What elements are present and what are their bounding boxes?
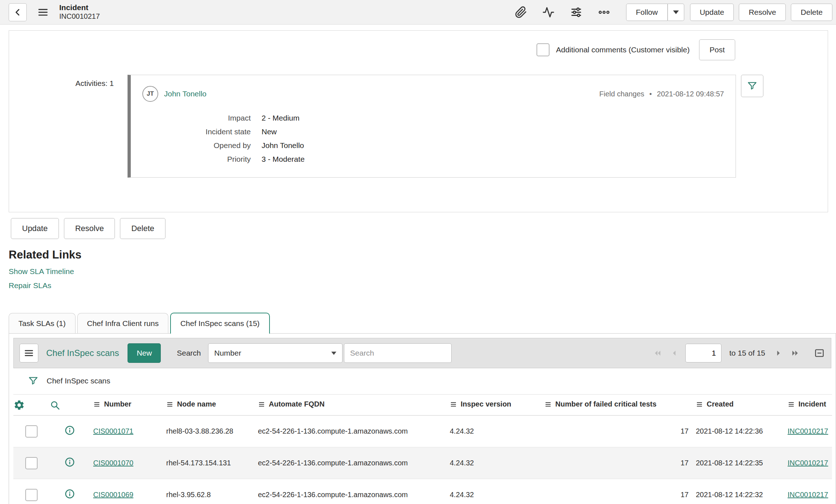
column-label: Node name xyxy=(177,400,216,408)
customer-visible-label: Additional comments (Customer visible) xyxy=(556,45,690,54)
field-value: 3 - Moderate xyxy=(262,152,305,166)
incident-cell: INC0010217 xyxy=(784,447,832,479)
column-context-menu-icon[interactable] xyxy=(258,401,265,410)
failed-critical-tests-cell: 17 xyxy=(541,416,692,447)
column-header-number-of-failed-critical-tests[interactable]: Number of failed critical tests xyxy=(541,395,692,416)
column-context-menu-icon[interactable] xyxy=(696,401,703,410)
next-page-button[interactable] xyxy=(773,348,784,359)
scan-columns-row: NumberNode nameAutomate FQDNInspec versi… xyxy=(13,395,832,416)
paperclip-icon xyxy=(515,6,527,18)
info-icon[interactable] xyxy=(64,457,75,468)
column-context-menu-icon[interactable] xyxy=(166,401,173,410)
resolve-button[interactable]: Resolve xyxy=(64,218,115,239)
update-button-header[interactable]: Update xyxy=(690,4,734,21)
activities-count-label: Activities: 1 xyxy=(9,75,128,178)
info-icon[interactable] xyxy=(64,425,75,436)
resolve-button-header[interactable]: Resolve xyxy=(739,4,786,21)
column-header-inspec-version[interactable]: Inspec version xyxy=(446,395,541,416)
customer-visible-checkbox[interactable] xyxy=(536,43,550,56)
delete-button-header[interactable]: Delete xyxy=(791,4,832,21)
scan-number-cell: CIS0001070 xyxy=(90,447,163,479)
column-header-node-name[interactable]: Node name xyxy=(163,395,254,416)
incident-link[interactable]: INC0010217 xyxy=(788,459,828,467)
funnel-icon[interactable] xyxy=(28,375,39,386)
incident-link[interactable]: INC0010217 xyxy=(788,427,828,435)
tab-chef-infra-client-runs[interactable]: Chef Infra Client runs xyxy=(77,313,168,333)
activity-stream-button[interactable] xyxy=(542,6,555,18)
column-search-header-cell xyxy=(49,395,90,416)
record-number-label: INC0010217 xyxy=(59,12,100,21)
column-header-number[interactable]: Number xyxy=(90,395,163,416)
info-icon[interactable] xyxy=(64,488,75,499)
chevron-down-icon xyxy=(331,352,336,355)
activity-author-link[interactable]: John Tonello xyxy=(164,90,207,98)
column-context-menu-icon[interactable] xyxy=(93,401,100,410)
chevron-left-icon xyxy=(669,348,680,359)
repair-slas-link[interactable]: Repair SLAs xyxy=(9,281,836,290)
attachment-button[interactable] xyxy=(515,6,527,18)
field-change-row: Opened by John Tonello xyxy=(142,139,724,152)
previous-page-button[interactable] xyxy=(669,348,680,359)
collapse-list-button[interactable] xyxy=(814,347,825,359)
personalize-columns-button[interactable] xyxy=(13,399,25,411)
hamburger-menu-icon xyxy=(37,6,49,18)
form-context-menu-button[interactable] xyxy=(37,6,49,18)
related-links-section: Related Links Show SLA Timeline Repair S… xyxy=(9,239,836,295)
row-preview-cell xyxy=(49,447,90,479)
show-sla-timeline-link[interactable]: Show SLA Timeline xyxy=(9,267,836,276)
row-checkbox[interactable] xyxy=(25,425,38,438)
scan-number-link[interactable]: CIS0001070 xyxy=(93,459,133,467)
follow-button[interactable]: Follow xyxy=(626,4,668,21)
personalize-form-button[interactable] xyxy=(570,6,583,18)
row-checkbox[interactable] xyxy=(25,457,38,469)
scan-row: CIS0001070rhel-54.173.154.131ec2-54-226-… xyxy=(13,447,832,479)
last-page-button[interactable] xyxy=(790,348,801,359)
incident-link[interactable]: INC0010217 xyxy=(788,491,828,499)
automate-fqdn-cell: ec2-54-226-1-136.compute-1.amazonaws.com xyxy=(254,447,446,479)
search-icon xyxy=(49,400,60,410)
hamburger-menu-icon xyxy=(23,348,34,359)
scan-number-cell: CIS0001069 xyxy=(90,479,163,504)
filter-breadcrumb[interactable]: Chef InSpec scans xyxy=(47,377,110,385)
column-context-menu-icon[interactable] xyxy=(544,401,552,410)
follow-dropdown-button[interactable] xyxy=(668,4,684,21)
row-checkbox[interactable] xyxy=(25,489,38,501)
more-options-button[interactable] xyxy=(597,6,611,18)
new-button[interactable]: New xyxy=(128,343,161,363)
incident-cell: INC0010217 xyxy=(784,416,832,447)
header-icon-group xyxy=(515,6,611,18)
chef-inspec-scans-list: Chef InSpec scans New Search Number to 1… xyxy=(9,334,836,504)
post-button[interactable]: Post xyxy=(699,39,735,60)
tab-task-slas[interactable]: Task SLAs (1) xyxy=(9,313,76,333)
search-column-select[interactable]: Number xyxy=(208,343,342,363)
field-change-row: Impact 2 - Medium xyxy=(142,111,724,125)
column-header-incident[interactable]: Incident xyxy=(784,395,832,416)
scan-number-link[interactable]: CIS0001069 xyxy=(93,491,133,499)
page-number-input[interactable] xyxy=(685,344,721,362)
scan-number-link[interactable]: CIS0001071 xyxy=(93,427,133,435)
node-name-cell: rhel-3.95.62.8 xyxy=(163,479,254,504)
list-search-input[interactable] xyxy=(344,343,452,363)
failed-critical-tests-cell: 17 xyxy=(541,447,692,479)
activity-filter-button[interactable] xyxy=(741,75,763,97)
delete-button[interactable]: Delete xyxy=(120,218,165,239)
ellipsis-icon xyxy=(597,6,611,18)
column-header-automate-fqdn[interactable]: Automate FQDN xyxy=(254,395,446,416)
field-value: John Tonello xyxy=(262,139,304,152)
list-toolbar: Chef InSpec scans New Search Number to 1… xyxy=(13,338,831,368)
column-header-created[interactable]: Created xyxy=(692,395,784,416)
list-context-menu-button[interactable] xyxy=(20,344,38,362)
column-context-menu-icon[interactable] xyxy=(788,401,795,410)
update-button[interactable]: Update xyxy=(11,218,59,239)
chevron-left-icon xyxy=(12,7,23,18)
field-label: Opened by xyxy=(142,139,251,152)
list-title-link[interactable]: Chef InSpec scans xyxy=(46,348,119,358)
first-page-button[interactable] xyxy=(652,348,663,359)
back-button[interactable] xyxy=(9,3,27,21)
tab-chef-inspec-scans[interactable]: Chef InSpec scans (15) xyxy=(170,313,270,334)
column-label: Inspec version xyxy=(461,400,511,408)
field-label: Incident state xyxy=(142,125,251,139)
column-search-button[interactable] xyxy=(49,400,60,410)
column-context-menu-icon[interactable] xyxy=(450,401,457,410)
row-preview-cell xyxy=(49,479,90,504)
